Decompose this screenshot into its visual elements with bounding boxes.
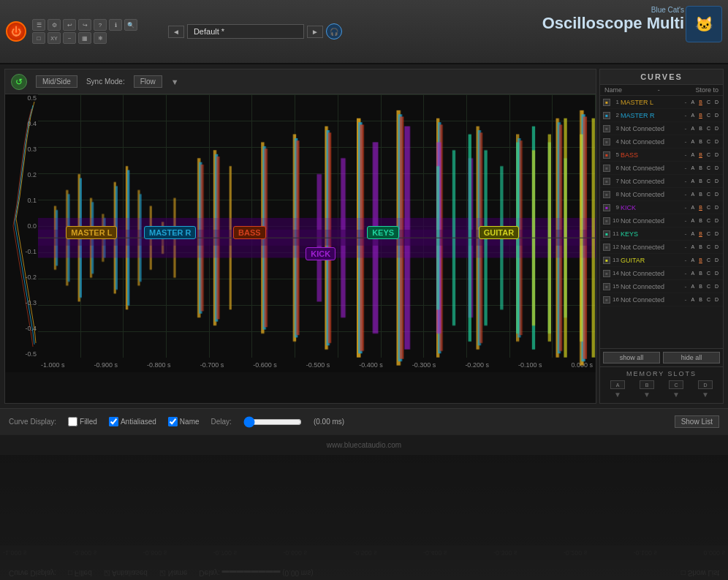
memory-arrow-d[interactable]: ▼ bbox=[702, 391, 709, 399]
curve-eye-9[interactable]: ■ bbox=[603, 204, 610, 211]
curve-eye-7[interactable]: ■ bbox=[603, 178, 610, 185]
search-icon[interactable]: 🔍 bbox=[124, 19, 137, 31]
store-c-4[interactable]: C bbox=[705, 139, 712, 144]
store-d-10[interactable]: D bbox=[713, 218, 720, 223]
memory-slot-a[interactable]: A bbox=[610, 380, 625, 389]
store-d-2[interactable]: D bbox=[713, 113, 720, 118]
headphones-icon[interactable]: 🎧 bbox=[326, 23, 342, 39]
show-list-button[interactable]: Show List bbox=[675, 415, 719, 428]
delay-slider[interactable] bbox=[243, 416, 302, 428]
curve-eye-5[interactable]: ■ bbox=[603, 151, 610, 159]
store-c-3[interactable]: C bbox=[705, 126, 712, 131]
curve-eye-4[interactable]: ■ bbox=[603, 138, 610, 146]
store-a-5[interactable]: A bbox=[690, 152, 697, 157]
store-b-11[interactable]: B bbox=[697, 231, 704, 236]
store-c-2[interactable]: C bbox=[705, 113, 712, 118]
curve-eye-15[interactable]: ■ bbox=[603, 283, 610, 290]
memory-slot-b[interactable]: B bbox=[640, 380, 654, 389]
channel-label-bass[interactable]: BASS bbox=[233, 226, 266, 239]
store-d-6[interactable]: D bbox=[713, 165, 720, 170]
store-c-11[interactable]: C bbox=[705, 231, 712, 236]
hide-all-button[interactable]: hide all bbox=[663, 352, 720, 364]
show-all-button[interactable]: show all bbox=[603, 352, 660, 364]
store-c-15[interactable]: C bbox=[705, 284, 712, 289]
store-a-7[interactable]: A bbox=[690, 178, 697, 184]
channel-label-master-r[interactable]: MASTER R bbox=[144, 226, 196, 239]
store-c-5[interactable]: C bbox=[705, 152, 712, 157]
store-a-10[interactable]: A bbox=[690, 218, 697, 223]
store-b-13[interactable]: B bbox=[697, 257, 704, 263]
store-b-10[interactable]: B bbox=[697, 218, 704, 223]
store-b-4[interactable]: B bbox=[697, 139, 704, 144]
channel-label-keys[interactable]: KEYS bbox=[367, 226, 399, 239]
store-d-14[interactable]: D bbox=[713, 271, 720, 276]
store-b-5[interactable]: B bbox=[697, 152, 704, 157]
undo-icon[interactable]: ↩ bbox=[63, 19, 76, 31]
store-b-15[interactable]: B bbox=[697, 284, 704, 289]
store-c-14[interactable]: C bbox=[705, 271, 712, 276]
store-a-14[interactable]: A bbox=[690, 271, 697, 276]
store-b-12[interactable]: B bbox=[697, 244, 704, 249]
curve-eye-16[interactable]: ■ bbox=[603, 296, 610, 304]
store-d-9[interactable]: D bbox=[713, 205, 720, 210]
filled-checkbox[interactable] bbox=[68, 417, 77, 426]
store-a-4[interactable]: A bbox=[690, 139, 697, 144]
preset-dropdown[interactable]: Default * bbox=[187, 24, 304, 39]
redo-icon[interactable]: ↪ bbox=[78, 19, 91, 31]
name-checkbox[interactable] bbox=[168, 417, 178, 426]
store-a-16[interactable]: A bbox=[690, 297, 697, 302]
store-c-10[interactable]: C bbox=[705, 218, 712, 223]
store-c-1[interactable]: C bbox=[705, 99, 712, 105]
curve-eye-11[interactable]: ■ bbox=[603, 230, 610, 238]
store-c-12[interactable]: C bbox=[705, 244, 712, 249]
store-a-13[interactable]: A bbox=[690, 257, 697, 263]
curve-eye-12[interactable]: ■ bbox=[603, 244, 610, 251]
memory-slot-c[interactable]: C bbox=[669, 380, 683, 389]
memory-arrow-c[interactable]: ▼ bbox=[672, 391, 680, 399]
store-d-8[interactable]: D bbox=[713, 192, 720, 197]
wave-icon[interactable]: ~ bbox=[63, 32, 76, 44]
refresh-button[interactable]: ↺ bbox=[11, 74, 27, 90]
sync-mode-button[interactable]: Flow bbox=[134, 75, 162, 88]
xy-icon[interactable]: XY bbox=[48, 32, 61, 44]
store-d-5[interactable]: D bbox=[713, 152, 720, 157]
store-a-15[interactable]: A bbox=[690, 284, 697, 289]
store-d-7[interactable]: D bbox=[713, 178, 720, 184]
channel-label-guitar[interactable]: GUITAR bbox=[479, 226, 519, 239]
store-c-6[interactable]: C bbox=[705, 165, 712, 170]
store-b-14[interactable]: B bbox=[697, 271, 704, 276]
store-d-4[interactable]: D bbox=[713, 139, 720, 144]
store-b-2[interactable]: B bbox=[697, 113, 704, 118]
store-d-15[interactable]: D bbox=[713, 284, 720, 289]
channel-label-kick[interactable]: KICK bbox=[306, 247, 335, 260]
curve-eye-1[interactable]: ■ bbox=[603, 99, 610, 106]
square-icon[interactable]: □ bbox=[32, 32, 45, 44]
preset-next-button[interactable]: ► bbox=[307, 26, 323, 38]
mid-side-button[interactable]: Mid/Side bbox=[36, 75, 77, 88]
store-b-9[interactable]: B bbox=[697, 205, 704, 210]
store-d-3[interactable]: D bbox=[713, 126, 720, 131]
memory-arrow-b[interactable]: ▼ bbox=[643, 391, 651, 399]
store-b-1[interactable]: B bbox=[697, 99, 704, 105]
memory-slot-d[interactable]: D bbox=[698, 380, 713, 389]
store-b-6[interactable]: B bbox=[697, 165, 704, 170]
curve-eye-6[interactable]: ■ bbox=[603, 165, 610, 172]
store-b-8[interactable]: B bbox=[697, 192, 704, 197]
store-a-3[interactable]: A bbox=[690, 126, 697, 131]
memory-arrow-a[interactable]: ▼ bbox=[614, 391, 621, 399]
store-a-1[interactable]: A bbox=[690, 99, 697, 105]
store-c-9[interactable]: C bbox=[705, 205, 712, 210]
store-a-6[interactable]: A bbox=[690, 165, 697, 170]
curve-eye-14[interactable]: ■ bbox=[603, 270, 610, 277]
store-c-7[interactable]: C bbox=[705, 178, 712, 184]
store-a-11[interactable]: A bbox=[690, 231, 697, 236]
store-a-8[interactable]: A bbox=[690, 192, 697, 197]
store-c-8[interactable]: C bbox=[705, 192, 712, 197]
store-a-2[interactable]: A bbox=[690, 113, 697, 118]
settings-icon[interactable]: ⚙ bbox=[48, 19, 61, 31]
curve-eye-2[interactable]: ■ bbox=[603, 112, 610, 119]
store-c-16[interactable]: C bbox=[705, 297, 712, 302]
power-button[interactable]: ⏻ bbox=[6, 21, 26, 42]
preset-prev-button[interactable]: ◄ bbox=[168, 26, 184, 38]
info-icon[interactable]: ℹ bbox=[109, 19, 122, 31]
